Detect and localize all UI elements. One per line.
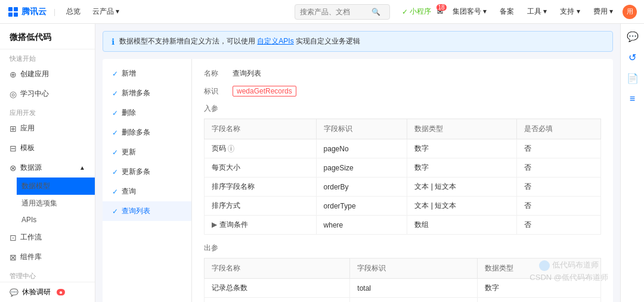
method-list: ✓ 新增 ✓ 新增多条 ✓ 删除 ✓ 删除多条 ✓ 更新: [103, 59, 192, 302]
nav-cloud-products[interactable]: 云产品 ▾: [89, 7, 123, 17]
check-icon: ✓: [112, 70, 118, 78]
sidebar-item-data-model[interactable]: 数据模型: [17, 178, 95, 195]
info-banner: ℹ 数据模型不支持新增自定义方法，可以使用 自定义APIs 实现自定义业务逻辑: [103, 31, 613, 52]
out-params-section: 出参 字段名称 字段标识 数据类型 记录总条数 t: [204, 243, 601, 302]
check-icon: ✓: [112, 168, 118, 176]
table-row: 排序方式 orderType 文本 | 短文本 否: [205, 197, 601, 216]
nav-right-area: ✓ 小程序 ✉ 18 集团客号 ▾ 备案 工具 ▾ 支持 ▾ 费用 ▾ 用: [402, 5, 637, 19]
nav-support[interactable]: 支持 ▾: [556, 7, 583, 17]
search-input[interactable]: [300, 8, 371, 16]
check-icon: ✓: [112, 89, 118, 98]
plus-circle-icon: ⊕: [10, 70, 17, 79]
sidebar-item-template[interactable]: ⊟ 模板: [0, 138, 95, 158]
method-item-update[interactable]: ✓ 更新: [103, 142, 191, 162]
sidebar-bottom-feedback[interactable]: 💬 休验调研 ●: [0, 282, 95, 302]
component-icon: ⊠: [10, 253, 17, 262]
method-item-query[interactable]: ✓ 查询: [103, 182, 191, 201]
col-field-name: 字段名称: [205, 119, 317, 139]
check-icon: ✓: [112, 188, 118, 196]
detail-panel: 名称 查询列表 标识 wedaGetRecords 入参 字段名称 字段标识: [192, 59, 613, 302]
sidebar-item-app[interactable]: ⊞ 应用: [0, 119, 95, 138]
content-area: ✓ 新增 ✓ 新增多条 ✓ 删除 ✓ 删除多条 ✓ 更新: [103, 59, 613, 302]
out-params-table: 字段名称 字段标识 数据类型 记录总条数 total 数字: [204, 258, 601, 302]
sidebar-item-create-app[interactable]: ⊕ 创建应用: [0, 64, 95, 84]
sidebar-item-workflow[interactable]: ⊡ 工作流: [0, 228, 95, 247]
main-layout: 微搭低代码 快速开始 ⊕ 创建应用 ◎ 学习中心 应用开发 ⊞ 应用 ⊟ 模板 …: [0, 24, 644, 302]
col-field-name: 字段名称: [205, 259, 350, 279]
message-icon[interactable]: ✉ 18: [437, 8, 443, 16]
sidebar-section-quickstart: 快速开始: [0, 49, 95, 64]
col-data-type: 数据类型: [407, 119, 516, 139]
tag-label: 标识: [204, 86, 228, 96]
col-field-id: 字段标识: [316, 119, 407, 139]
out-params-label: 出参: [204, 243, 601, 253]
table-row: ▶查询条件 where 数组 否: [205, 216, 601, 235]
out-params-header-row: 字段名称 字段标识 数据类型: [205, 259, 601, 279]
logo[interactable]: 腾讯云: [7, 6, 47, 18]
miniapp-nav[interactable]: ✓ 小程序: [402, 7, 431, 17]
template-icon: ⊟: [10, 144, 17, 153]
sidebar-section-app-dev: 应用开发: [0, 104, 95, 119]
sidebar: 微搭低代码 快速开始 ⊕ 创建应用 ◎ 学习中心 应用开发 ⊞ 应用 ⊟ 模板 …: [0, 24, 95, 302]
datasource-submenu: 数据模型 通用选项集 APIs: [0, 178, 95, 228]
chat-icon[interactable]: 💬: [627, 31, 639, 42]
workflow-icon: ⊡: [10, 233, 17, 242]
custom-api-link[interactable]: 自定义APIs: [257, 37, 293, 45]
search-bar[interactable]: 🔍: [295, 4, 390, 20]
sidebar-item-apis[interactable]: APIs: [17, 212, 95, 228]
nav-group[interactable]: 集团客号 ▾: [449, 7, 490, 17]
col-field-id: 字段标识: [350, 259, 477, 279]
expand-arrow-icon: ▲: [79, 164, 85, 171]
top-navigation: 腾讯云 | 总览 云产品 ▾ 🔍 ✓ 小程序 ✉ 18 集团客号 ▾ 备案 工具…: [0, 0, 644, 24]
refresh-icon[interactable]: ↺: [628, 52, 636, 63]
table-row: 记录总条数 total 数字: [205, 279, 601, 298]
check-icon: ✓: [112, 129, 118, 137]
method-item-update-batch[interactable]: ✓ 更新多条: [103, 162, 191, 182]
tag-row: 标识 wedaGetRecords: [204, 86, 601, 96]
view-icon[interactable]: 📄: [627, 73, 639, 84]
table-row: 每页大小 pageSize 数字 否: [205, 158, 601, 178]
in-params-section: 入参 字段名称 字段标识 数据类型 是否必填 页码: [204, 104, 601, 235]
right-panel: 💬 ↺ 📄 ≡: [620, 24, 644, 302]
nav-cost[interactable]: 费用 ▾: [590, 7, 617, 17]
expand-icon[interactable]: ▶: [212, 220, 217, 229]
main-content: ℹ 数据模型不支持新增自定义方法，可以使用 自定义APIs 实现自定义业务逻辑 …: [95, 24, 620, 302]
method-item-delete-batch[interactable]: ✓ 删除多条: [103, 123, 191, 142]
sidebar-item-learn-center[interactable]: ◎ 学习中心: [0, 84, 95, 104]
sidebar-brand: 微搭低代码: [0, 24, 95, 49]
sidebar-item-common-options[interactable]: 通用选项集: [17, 195, 95, 212]
book-icon: ◎: [10, 89, 17, 99]
table-row: 页码 i pageNo 数字 否: [205, 139, 601, 158]
check-icon: ✓: [112, 148, 118, 157]
in-params-label: 入参: [204, 104, 601, 114]
user-avatar[interactable]: 用: [623, 5, 637, 19]
col-data-type: 数据类型: [477, 259, 600, 279]
database-icon: ⊗: [10, 163, 17, 173]
table-row: 排序字段名称 orderBy 文本 | 短文本 否: [205, 178, 601, 197]
svg-rect-0: [8, 7, 13, 11]
info-icon: ℹ: [112, 37, 114, 46]
nav-overview[interactable]: 总览: [63, 7, 84, 17]
svg-rect-1: [14, 7, 18, 11]
sidebar-item-datasource[interactable]: ⊗ 数据源 ▲: [0, 158, 95, 178]
method-item-add[interactable]: ✓ 新增: [103, 64, 191, 83]
name-value: 查询列表: [233, 69, 261, 79]
sidebar-item-component-lib[interactable]: ⊠ 组件库: [0, 247, 95, 267]
info-tip: i: [228, 145, 234, 152]
menu-icon[interactable]: ≡: [630, 94, 635, 104]
col-required: 是否必填: [516, 119, 600, 139]
nav-tools[interactable]: 工具 ▾: [524, 7, 550, 17]
feedback-icon: 💬: [10, 288, 18, 297]
method-item-delete[interactable]: ✓ 删除: [103, 103, 191, 123]
nav-record[interactable]: 备案: [496, 7, 518, 17]
sidebar-section-manage: 管理中心: [0, 267, 95, 282]
feedback-badge: ●: [57, 289, 65, 295]
name-label: 名称: [204, 69, 228, 79]
in-params-table: 字段名称 字段标识 数据类型 是否必填 页码 i pageNo 数字: [204, 119, 601, 235]
check-icon: ✓: [112, 207, 118, 216]
table-row: 页码 pageNo 数字: [205, 298, 601, 303]
method-item-add-batch[interactable]: ✓ 新增多条: [103, 83, 191, 103]
method-item-query-list[interactable]: ✓ 查询列表: [103, 201, 191, 221]
app-icon: ⊞: [10, 124, 17, 133]
in-params-header-row: 字段名称 字段标识 数据类型 是否必填: [205, 119, 601, 139]
